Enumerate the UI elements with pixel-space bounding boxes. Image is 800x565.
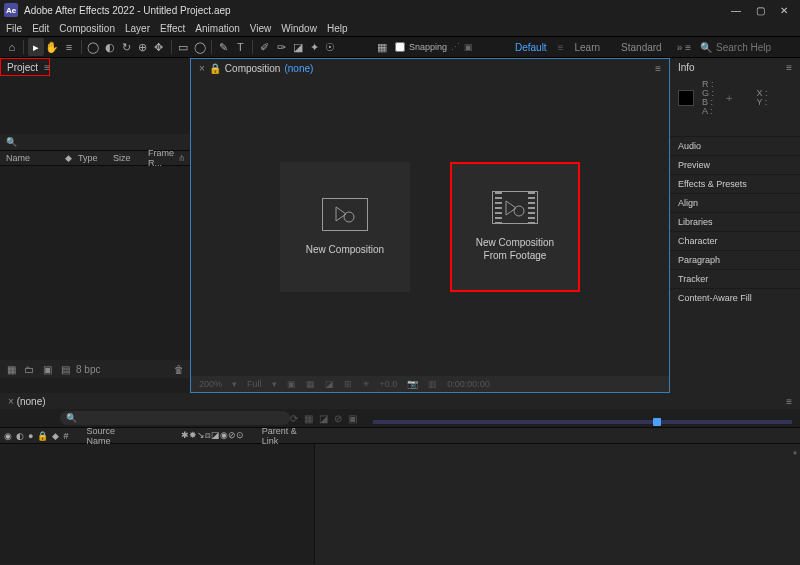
solo-icon[interactable]: ● bbox=[28, 431, 33, 441]
anchor-tool[interactable]: ⊕ bbox=[135, 38, 150, 56]
resolution-value[interactable]: Full bbox=[247, 379, 262, 389]
footer-icon[interactable]: ▥ bbox=[428, 379, 437, 389]
move-tool[interactable]: ✥ bbox=[151, 38, 166, 56]
panel-libraries[interactable]: Libraries bbox=[670, 212, 800, 231]
panel-effects-presets[interactable]: Effects & Presets bbox=[670, 174, 800, 193]
ellipse-tool[interactable]: ◯ bbox=[192, 38, 207, 56]
workspace-standard[interactable]: Standard bbox=[611, 40, 672, 55]
project-list[interactable] bbox=[0, 166, 190, 360]
search-input[interactable] bbox=[716, 42, 796, 53]
panel-preview[interactable]: Preview bbox=[670, 155, 800, 174]
camera-icon[interactable]: 📷 bbox=[407, 379, 418, 389]
panel-content-aware-fill[interactable]: Content-Aware Fill bbox=[670, 288, 800, 307]
type-tool[interactable]: T bbox=[233, 38, 248, 56]
menu-edit[interactable]: Edit bbox=[32, 23, 49, 34]
col-source-name[interactable]: Source Name bbox=[86, 426, 136, 446]
interpret-footage-icon[interactable]: ▦ bbox=[4, 362, 18, 376]
color-depth-icon[interactable]: ▤ bbox=[58, 362, 72, 376]
col-size[interactable]: Size bbox=[113, 153, 148, 163]
workspace-learn[interactable]: Learn bbox=[564, 40, 610, 55]
timecode[interactable]: 0:00:00:00 bbox=[447, 379, 490, 389]
footer-icon[interactable]: ◪ bbox=[325, 379, 334, 389]
panel-menu-icon[interactable]: ≡ bbox=[655, 63, 661, 74]
col-parent[interactable]: Parent & Link bbox=[262, 426, 311, 446]
tl-icon[interactable]: ⟳ bbox=[290, 413, 298, 424]
menu-layer[interactable]: Layer bbox=[125, 23, 150, 34]
tl-icon[interactable]: ⊘ bbox=[334, 413, 342, 424]
workspace-more-icon[interactable]: » bbox=[677, 42, 683, 53]
menu-composition[interactable]: Composition bbox=[59, 23, 115, 34]
timeline-layers[interactable] bbox=[0, 444, 315, 564]
close-button[interactable]: ✕ bbox=[772, 2, 796, 18]
search-help[interactable]: 🔍 bbox=[700, 42, 796, 53]
snap-opt-icon[interactable]: ⋰ bbox=[451, 42, 460, 52]
new-composition-card[interactable]: New Composition bbox=[280, 162, 410, 292]
trash-icon[interactable]: 🗑 bbox=[172, 362, 186, 376]
panel-character[interactable]: Character bbox=[670, 231, 800, 250]
timeline-search[interactable]: 🔍 bbox=[60, 411, 290, 425]
panel-align[interactable]: Align bbox=[670, 193, 800, 212]
grid-icon[interactable]: ▦ bbox=[374, 38, 389, 56]
pen-tool[interactable]: ✎ bbox=[216, 38, 231, 56]
panel-menu-icon[interactable]: ≡ bbox=[786, 62, 792, 73]
menu-animation[interactable]: Animation bbox=[195, 23, 239, 34]
timeline-tracks[interactable]: ⬥ bbox=[315, 444, 800, 564]
snapping-checkbox[interactable] bbox=[395, 42, 405, 52]
eraser-tool[interactable]: ◪ bbox=[290, 38, 305, 56]
snap-bbox-icon[interactable]: ▣ bbox=[464, 42, 473, 52]
time-navigator[interactable] bbox=[373, 420, 792, 424]
brush-tool[interactable]: ✐ bbox=[257, 38, 272, 56]
timeline-tab[interactable]: × (none) ≡ bbox=[0, 393, 800, 409]
menu-window[interactable]: Window bbox=[281, 23, 317, 34]
info-tab[interactable]: Info ≡ bbox=[670, 58, 800, 76]
eye-icon[interactable]: ◉ bbox=[4, 431, 12, 441]
tl-icon[interactable]: ◪ bbox=[319, 413, 328, 424]
menu-view[interactable]: View bbox=[250, 23, 272, 34]
speaker-icon[interactable]: ◐ bbox=[16, 431, 24, 441]
menu-file[interactable]: File bbox=[6, 23, 22, 34]
panel-audio[interactable]: Audio bbox=[670, 136, 800, 155]
rect-tool[interactable]: ▭ bbox=[176, 38, 191, 56]
menu-help[interactable]: Help bbox=[327, 23, 348, 34]
menu-effect[interactable]: Effect bbox=[160, 23, 185, 34]
snapping-toggle[interactable]: Snapping ⋰ ▣ bbox=[395, 42, 473, 52]
tl-icon[interactable]: ▣ bbox=[348, 413, 357, 424]
new-comp-icon[interactable]: ▣ bbox=[40, 362, 54, 376]
col-framerate[interactable]: Frame R... bbox=[148, 148, 178, 168]
hand-tool[interactable]: ✋ bbox=[45, 38, 60, 56]
lock-icon[interactable]: 🔒 bbox=[37, 431, 48, 441]
workspace-default[interactable]: Default bbox=[505, 40, 557, 55]
footer-icon[interactable]: ▣ bbox=[287, 379, 296, 389]
tl-icon[interactable]: ▦ bbox=[304, 413, 313, 424]
playhead[interactable] bbox=[653, 418, 661, 426]
home-button[interactable]: ⌂ bbox=[4, 38, 19, 56]
maximize-button[interactable]: ▢ bbox=[748, 2, 772, 18]
new-folder-icon[interactable]: 🗀 bbox=[22, 362, 36, 376]
new-composition-from-footage-card[interactable]: New Composition From Footage bbox=[450, 162, 580, 292]
panel-paragraph[interactable]: Paragraph bbox=[670, 250, 800, 269]
exposure-icon[interactable]: ☀ bbox=[362, 379, 370, 389]
footer-icon[interactable]: ▦ bbox=[306, 379, 315, 389]
composition-tab[interactable]: × 🔒 Composition (none) ≡ bbox=[191, 59, 669, 77]
zoom-value[interactable]: 200% bbox=[199, 379, 222, 389]
col-type[interactable]: Type bbox=[78, 153, 113, 163]
minimize-button[interactable]: — bbox=[724, 2, 748, 18]
orbit-tool[interactable]: ◯ bbox=[85, 38, 100, 56]
clone-tool[interactable]: ✑ bbox=[273, 38, 288, 56]
pan-camera-tool[interactable]: ◐ bbox=[102, 38, 117, 56]
marker-icon[interactable]: ⬥ bbox=[792, 446, 798, 457]
lock-icon[interactable]: 🔒 bbox=[209, 63, 221, 74]
puppet-tool[interactable]: ☉ bbox=[323, 38, 338, 56]
selection-tool[interactable]: ▸ bbox=[28, 38, 43, 56]
panel-tracker[interactable]: Tracker bbox=[670, 269, 800, 288]
rotate-tool[interactable]: ↻ bbox=[118, 38, 133, 56]
footer-icon[interactable]: ⊞ bbox=[344, 379, 352, 389]
tag-icon[interactable]: ◆ bbox=[52, 431, 59, 441]
col-tag-icon[interactable]: ◆ bbox=[58, 153, 78, 163]
workspace-menu-icon[interactable]: ≡ bbox=[685, 42, 691, 53]
bpc-label[interactable]: 8 bpc bbox=[76, 364, 100, 375]
roto-tool[interactable]: ✦ bbox=[306, 38, 321, 56]
zoom-tool[interactable]: ≡ bbox=[61, 38, 76, 56]
project-tab[interactable]: Project ≡ bbox=[0, 58, 50, 76]
panel-menu-icon[interactable]: ≡ bbox=[44, 62, 50, 73]
